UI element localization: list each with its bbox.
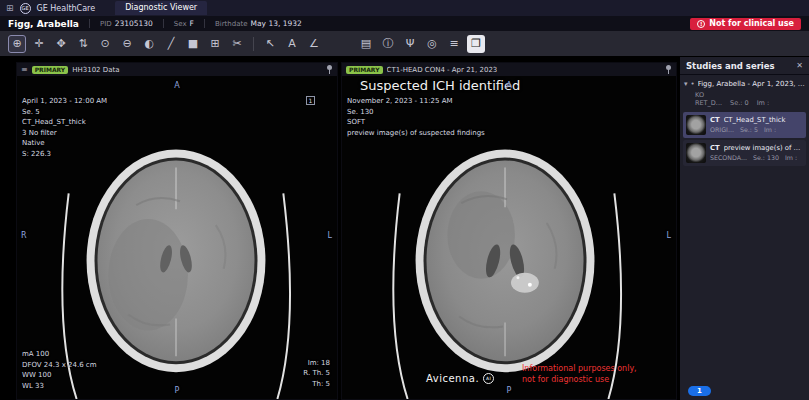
app-launcher-icon[interactable]: ⊞ (6, 3, 14, 13)
ct-image-right[interactable]: Suspected ICH identified November 2, 202… (342, 76, 676, 399)
notification-badge[interactable]: 1 (688, 386, 711, 396)
toolbar: ⊕ ✛ ✥ ⇅ ⊙ ⊖ ◐ ╱ ■ ⊞ ✂ ↖ A ∠ ▤ ⓘ Ψ ◎ ≡ ❐ (0, 31, 809, 57)
orientation-left: L (328, 231, 332, 240)
close-icon[interactable]: ✕ (796, 61, 803, 70)
series-description: CT_Head_ST_thick (724, 115, 786, 125)
pin-icon[interactable] (326, 65, 333, 75)
viewport-left: ≡ PRIMARY HH3102 Data (16, 62, 338, 400)
report-icon[interactable]: ≡ (445, 35, 463, 53)
compare-layout-icon[interactable]: ❐ (467, 35, 485, 53)
ai-finding-annotation: Suspected ICH identified (360, 78, 520, 93)
window-level-icon[interactable]: ◐ (140, 35, 158, 53)
bullet-icon: • (691, 80, 695, 88)
series-image-count: Im : (764, 125, 776, 134)
brand-name: GE HealthCare (37, 4, 96, 13)
warning-icon: ! (697, 20, 705, 28)
series-modality: CT (710, 143, 720, 153)
scroll-index-box: 1 (306, 96, 315, 105)
viewport-right-header[interactable]: PRIMARY CT1-HEAD CON4 - Apr 21, 2023 (342, 63, 676, 76)
toolbar-divider (253, 37, 254, 51)
series-number: Se.: 130 (753, 153, 779, 162)
sex-label: Sex (174, 20, 187, 28)
app-bar: ⊞ GE GE HealthCare Diagnostic Viewer (0, 0, 809, 16)
series-item[interactable]: CT CT_Head_ST_thick ORIGI... Se.: 5 Im : (683, 112, 806, 138)
probe-tool-icon[interactable]: ◎ (423, 35, 441, 53)
pan-tool-icon[interactable]: ✛ (30, 35, 48, 53)
study-sub-ko: KO (680, 90, 809, 99)
orientation-posterior: P (175, 386, 180, 395)
orientation-anterior: A (506, 81, 511, 90)
study-row[interactable]: ▾ • Figg, Arabella - Apr 1, 2023, 12:00 … (680, 75, 809, 90)
viewport-right: PRIMARY CT1-HEAD CON4 - Apr 21, 2023 (341, 62, 677, 400)
viewport-left-title: HH3102 Data (72, 66, 119, 74)
pid-value: 23105130 (115, 19, 153, 28)
move-tool-icon[interactable]: ✥ (52, 35, 70, 53)
save-icon[interactable]: ▤ (357, 35, 375, 53)
series-modality: CT (710, 115, 720, 125)
not-for-clinical-use-badge: ! Not for clinical use (690, 18, 801, 30)
not-for-clinical-use-label: Not for clinical use (709, 19, 794, 28)
series-thumbnail (686, 143, 706, 163)
ct-axial-slice (342, 76, 676, 399)
avicenna-ai-icon: AI (483, 373, 494, 384)
series-description: preview image(s) of suspe... (724, 143, 803, 153)
series-number: Se.: 5 (740, 125, 758, 134)
series-thumbnail (686, 115, 706, 135)
pointer-tool-icon[interactable]: ↖ (261, 35, 279, 53)
series-image-count: Im : (785, 153, 797, 162)
chevron-down-icon: ▾ (684, 80, 688, 88)
studies-panel: Studies and series ✕ ▾ • Figg, Arabella … (679, 57, 809, 400)
pin-icon[interactable] (665, 65, 672, 75)
avicenna-wordmark: Avicenna. (426, 373, 479, 384)
microphone-icon[interactable]: Ψ (401, 35, 419, 53)
orientation-anterior: A (174, 81, 179, 90)
ge-logo: GE (20, 3, 31, 14)
info-icon[interactable]: ⓘ (379, 35, 397, 53)
ct-axial-slice (17, 76, 337, 399)
series-kind: SECONDA... (710, 153, 747, 162)
zoom-tool-icon[interactable]: ⊙ (96, 35, 114, 53)
ct-image-left[interactable]: April 1, 2023 - 12:00 AM Se. 5 CT_Head_S… (17, 76, 337, 399)
avicenna-logo: Avicenna. AI (426, 373, 494, 384)
cut-tool-icon[interactable]: ✂ (228, 35, 246, 53)
primary-badge: PRIMARY (32, 66, 69, 74)
text-annotation-icon[interactable]: A (283, 35, 301, 53)
birthdate-value: May 13, 1932 (251, 19, 302, 28)
primary-badge: PRIMARY (346, 66, 383, 74)
orientation-right: R (21, 231, 27, 240)
study-sub-ret: RET_D... Se.: 0 Im : (680, 99, 809, 110)
pid-label: PID (100, 20, 112, 28)
product-tab[interactable]: Diagnostic Viewer (115, 1, 207, 15)
studies-panel-title: Studies and series (686, 61, 775, 71)
grid-layout-icon[interactable]: ⊞ (206, 35, 224, 53)
study-label: Figg, Arabella - Apr 1, 2023, 12:00 AM (698, 80, 805, 88)
series-kind: ORIGI... (710, 125, 734, 134)
zoom-out-tool-icon[interactable]: ⊖ (118, 35, 136, 53)
patient-name: Figg, Arabella (8, 19, 79, 29)
stack-scroll-icon[interactable]: ⇅ (74, 35, 92, 53)
menu-icon[interactable]: ≡ (21, 65, 28, 74)
angle-tool-icon[interactable]: ∠ (305, 35, 323, 53)
navigate-tool-icon[interactable]: ⊕ (8, 35, 26, 53)
series-item[interactable]: CT preview image(s) of suspe... SECONDA.… (683, 140, 806, 166)
orientation-left: L (667, 231, 671, 240)
rectangle-roi-icon[interactable]: ■ (184, 35, 202, 53)
ai-disclaimer: Informational purposes only, not for dia… (522, 364, 637, 386)
orientation-posterior: P (507, 386, 512, 395)
viewport-left-header[interactable]: ≡ PRIMARY HH3102 Data (17, 63, 337, 76)
birthdate-label: Birthdate (215, 20, 248, 28)
ruler-tool-icon[interactable]: ╱ (162, 35, 180, 53)
patient-bar: Figg, Arabella PID 23105130 Sex F Birthd… (0, 16, 809, 31)
sex-value: F (190, 19, 194, 28)
viewport-right-title: CT1-HEAD CON4 - Apr 21, 2023 (387, 66, 498, 74)
